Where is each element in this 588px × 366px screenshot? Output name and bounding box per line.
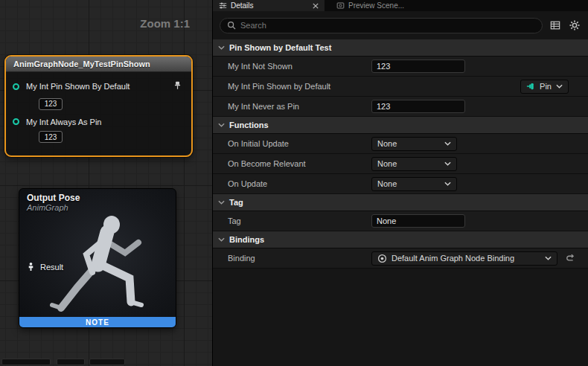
property-label: Tag	[213, 216, 365, 225]
search-box[interactable]	[220, 18, 543, 33]
details-empty-area	[213, 269, 588, 366]
pin-label: My Int Pin Shown By Default	[26, 82, 130, 91]
pin-row: My Int Always As Pin	[6, 116, 191, 128]
details-tab-icon	[219, 1, 227, 10]
pin-visibility-combo[interactable]: Pin	[520, 80, 569, 94]
search-row	[213, 11, 588, 39]
property-label: On Update	[213, 179, 365, 188]
chevron-down-icon	[556, 84, 563, 89]
zoom-level-label: Zoom 1:1	[140, 17, 190, 30]
chevron-down-icon	[218, 45, 225, 50]
property-label: My Int Not Shown	[213, 62, 365, 71]
property-label: Binding	[213, 254, 365, 263]
chevron-down-icon	[444, 161, 451, 166]
search-input[interactable]	[240, 21, 535, 30]
chevron-down-icon	[218, 237, 225, 242]
chevron-down-icon	[444, 141, 451, 146]
property-row: On Become Relevant None	[213, 154, 588, 174]
node-body: My Int Pin Shown By Default My Int Alway…	[6, 72, 191, 149]
pose-pin-icon[interactable]	[26, 262, 36, 272]
property-label: On Become Relevant	[213, 159, 365, 168]
int-pin-value-input[interactable]	[39, 98, 63, 110]
close-icon[interactable]	[313, 3, 319, 9]
output-pose-node[interactable]: Output Pose AnimGraph Result NOTE	[19, 188, 176, 328]
section-title: Pin Shown by Default Test	[229, 43, 331, 52]
tab-preview-scene[interactable]: Preview Scene...	[330, 0, 410, 11]
int-pin-value-input[interactable]	[39, 131, 63, 143]
property-row: Binding Default Anim Graph Node Binding	[213, 248, 588, 269]
property-label: My Int Never as Pin	[213, 102, 365, 111]
tab-details[interactable]: Details	[213, 0, 325, 11]
property-row: My Int Never as Pin	[213, 97, 588, 117]
pin-toggle-icon[interactable]	[173, 80, 182, 93]
int-pin-icon[interactable]	[12, 83, 20, 91]
dropdown-value: None	[377, 179, 440, 188]
node-title: AnimGraphNode_MyTestPinShown	[13, 60, 150, 68]
binding-icon	[377, 254, 387, 263]
chevron-down-icon	[218, 200, 225, 205]
on-become-relevant-dropdown[interactable]: None	[371, 157, 457, 171]
property-row: Tag	[213, 211, 588, 231]
section-title: Bindings	[229, 235, 264, 244]
section-bindings[interactable]: Bindings	[213, 231, 588, 248]
section-functions[interactable]: Functions	[213, 117, 588, 134]
chevron-down-icon	[545, 256, 552, 260]
tab-details-label: Details	[231, 1, 309, 10]
anim-graph-canvas[interactable]: Zoom 1:1 AnimGraphNode_MyTestPinShown My…	[0, 0, 212, 366]
pin-combo-value: Pin	[540, 82, 552, 91]
my-int-never-as-pin-input[interactable]	[371, 100, 465, 113]
anim-graph-node-selected[interactable]: AnimGraphNode_MyTestPinShown My Int Pin …	[4, 55, 193, 157]
tab-preview-scene-label: Preview Scene...	[348, 1, 404, 10]
binding-value: Default Anim Graph Node Binding	[392, 254, 540, 263]
reset-to-default-icon[interactable]	[565, 254, 575, 263]
preview-scene-tab-icon	[336, 1, 345, 10]
int-pin-icon[interactable]	[12, 118, 20, 126]
pin-value-row	[6, 94, 191, 116]
bottom-ui-fragment	[1, 359, 51, 365]
pin-icon	[526, 82, 535, 91]
chevron-down-icon	[218, 123, 225, 127]
node-title-bar[interactable]: AnimGraphNode_MyTestPinShown	[6, 57, 191, 72]
section-pin-shown-by-default-test[interactable]: Pin Shown by Default Test	[213, 39, 588, 57]
output-pose-subtitle: AnimGraph	[27, 203, 168, 212]
my-int-not-shown-input[interactable]	[371, 60, 465, 73]
property-row: My Int Not Shown	[213, 57, 588, 77]
panel-tab-bar: Details Preview Scene...	[213, 0, 588, 11]
settings-gear-icon[interactable]	[568, 19, 581, 32]
output-pose-title: Output Pose	[27, 193, 168, 203]
property-row: On Update None	[213, 174, 588, 194]
on-initial-update-dropdown[interactable]: None	[371, 137, 457, 151]
dropdown-value: None	[377, 159, 440, 168]
section-title: Functions	[229, 121, 269, 129]
property-row: My Int Pin Shown by Default Pin	[213, 77, 588, 97]
binding-combo[interactable]: Default Anim Graph Node Binding	[371, 251, 557, 266]
tag-input[interactable]	[371, 214, 465, 228]
chevron-down-icon	[444, 182, 451, 186]
section-title: Tag	[229, 198, 243, 207]
result-pin-row: Result	[26, 262, 63, 272]
output-pose-title-bar[interactable]: Output Pose AnimGraph	[19, 189, 176, 214]
pin-label: My Int Always As Pin	[26, 118, 101, 126]
details-panel: Details Preview Scene... Pin Shown by De…	[212, 0, 588, 366]
pin-value-row	[6, 128, 191, 150]
on-update-dropdown[interactable]: None	[371, 177, 457, 191]
property-label: On Initial Update	[213, 139, 365, 148]
bottom-ui-fragment	[57, 359, 85, 365]
section-tag[interactable]: Tag	[213, 194, 588, 211]
pin-row: My Int Pin Shown By Default	[6, 78, 191, 94]
property-row: On Initial Update None	[213, 134, 588, 154]
search-icon	[227, 21, 236, 30]
dropdown-value: None	[377, 139, 440, 148]
bottom-ui-fragment	[89, 359, 125, 365]
result-pin-label: Result	[40, 263, 63, 272]
note-badge[interactable]: NOTE	[19, 317, 176, 327]
property-label: My Int Pin Shown by Default	[213, 82, 365, 91]
display-filter-icon[interactable]	[549, 19, 562, 32]
